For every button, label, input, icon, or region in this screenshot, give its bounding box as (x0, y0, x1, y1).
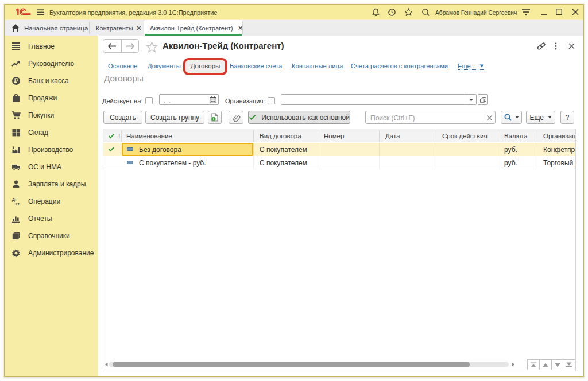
svg-text:Кт: Кт (16, 202, 20, 206)
